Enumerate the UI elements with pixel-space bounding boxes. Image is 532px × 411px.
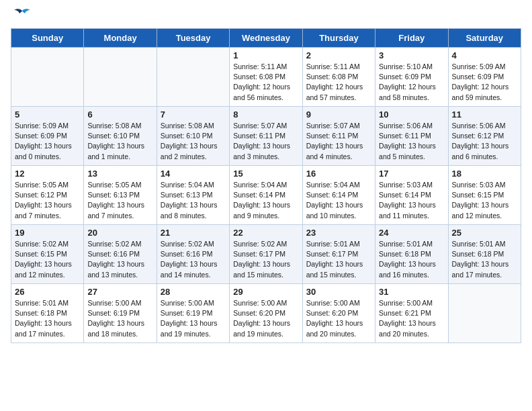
- cell-details: Sunrise: 5:11 AMSunset: 6:08 PMDaylight:…: [306, 62, 371, 103]
- calendar-cell: 27Sunrise: 5:00 AMSunset: 6:19 PMDayligh…: [84, 284, 157, 343]
- cell-details: Sunrise: 5:01 AMSunset: 6:17 PMDaylight:…: [306, 239, 371, 280]
- cell-details: Sunrise: 5:00 AMSunset: 6:19 PMDaylight:…: [87, 298, 152, 339]
- calendar-cell: 18Sunrise: 5:03 AMSunset: 6:15 PMDayligh…: [448, 166, 521, 225]
- weekday-header-thursday: Thursday: [302, 29, 375, 48]
- calendar-cell: 10Sunrise: 5:06 AMSunset: 6:11 PMDayligh…: [375, 107, 448, 166]
- calendar-cell: 5Sunrise: 5:09 AMSunset: 6:09 PMDaylight…: [11, 107, 84, 166]
- logo: [11, 11, 32, 20]
- weekday-header-wednesday: Wednesday: [230, 29, 302, 48]
- cell-details: Sunrise: 5:00 AMSunset: 6:20 PMDaylight:…: [233, 298, 298, 339]
- calendar-cell: 13Sunrise: 5:05 AMSunset: 6:13 PMDayligh…: [84, 166, 157, 225]
- calendar-cell: 25Sunrise: 5:01 AMSunset: 6:18 PMDayligh…: [448, 225, 521, 284]
- cell-details: Sunrise: 5:10 AMSunset: 6:09 PMDaylight:…: [379, 62, 444, 103]
- day-number: 27: [87, 287, 152, 297]
- day-number: 11: [452, 109, 517, 120]
- cell-details: Sunrise: 5:03 AMSunset: 6:14 PMDaylight:…: [379, 180, 444, 221]
- cell-details: Sunrise: 5:05 AMSunset: 6:12 PMDaylight:…: [15, 180, 80, 221]
- day-number: 8: [233, 109, 298, 120]
- calendar-cell: 16Sunrise: 5:04 AMSunset: 6:14 PMDayligh…: [302, 166, 375, 225]
- calendar-cell: 15Sunrise: 5:04 AMSunset: 6:14 PMDayligh…: [230, 166, 302, 225]
- calendar-cell: 30Sunrise: 5:00 AMSunset: 6:20 PMDayligh…: [302, 284, 375, 343]
- calendar-cell: 26Sunrise: 5:01 AMSunset: 6:18 PMDayligh…: [11, 284, 84, 343]
- day-number: 7: [161, 109, 226, 120]
- calendar-cell: 12Sunrise: 5:05 AMSunset: 6:12 PMDayligh…: [11, 166, 84, 225]
- calendar-cell: [157, 48, 229, 107]
- calendar-table: SundayMondayTuesdayWednesdayThursdayFrid…: [11, 28, 521, 343]
- cell-details: Sunrise: 5:09 AMSunset: 6:09 PMDaylight:…: [452, 62, 517, 103]
- calendar-body: 1Sunrise: 5:11 AMSunset: 6:08 PMDaylight…: [11, 48, 521, 343]
- calendar-cell: 4Sunrise: 5:09 AMSunset: 6:09 PMDaylight…: [448, 48, 521, 107]
- cell-details: Sunrise: 5:02 AMSunset: 6:16 PMDaylight:…: [161, 239, 226, 280]
- day-number: 22: [233, 228, 298, 238]
- cell-details: Sunrise: 5:01 AMSunset: 6:18 PMDaylight:…: [452, 239, 517, 280]
- day-number: 23: [306, 228, 371, 238]
- cell-details: Sunrise: 5:08 AMSunset: 6:10 PMDaylight:…: [161, 121, 226, 162]
- calendar-cell: 6Sunrise: 5:08 AMSunset: 6:10 PMDaylight…: [84, 107, 157, 166]
- calendar-cell: 3Sunrise: 5:10 AMSunset: 6:09 PMDaylight…: [375, 48, 448, 107]
- calendar-cell: 8Sunrise: 5:07 AMSunset: 6:11 PMDaylight…: [230, 107, 302, 166]
- calendar-week-4: 19Sunrise: 5:02 AMSunset: 6:15 PMDayligh…: [11, 225, 521, 284]
- calendar-cell: 1Sunrise: 5:11 AMSunset: 6:08 PMDaylight…: [230, 48, 302, 107]
- day-number: 30: [306, 287, 371, 297]
- day-number: 14: [161, 169, 226, 179]
- cell-details: Sunrise: 5:05 AMSunset: 6:13 PMDaylight:…: [87, 180, 152, 221]
- weekday-header-sunday: Sunday: [11, 29, 84, 48]
- cell-details: Sunrise: 5:06 AMSunset: 6:12 PMDaylight:…: [452, 121, 517, 162]
- cell-details: Sunrise: 5:00 AMSunset: 6:19 PMDaylight:…: [161, 298, 226, 339]
- calendar-week-2: 5Sunrise: 5:09 AMSunset: 6:09 PMDaylight…: [11, 107, 521, 166]
- day-number: 18: [452, 169, 517, 179]
- cell-details: Sunrise: 5:11 AMSunset: 6:08 PMDaylight:…: [233, 62, 298, 103]
- calendar-cell: 22Sunrise: 5:02 AMSunset: 6:17 PMDayligh…: [230, 225, 302, 284]
- day-number: 26: [15, 287, 80, 297]
- cell-details: Sunrise: 5:09 AMSunset: 6:09 PMDaylight:…: [15, 121, 80, 162]
- page-header: [11, 11, 521, 20]
- calendar-cell: 9Sunrise: 5:07 AMSunset: 6:11 PMDaylight…: [302, 107, 375, 166]
- logo-bird-icon: [13, 8, 32, 23]
- cell-details: Sunrise: 5:06 AMSunset: 6:11 PMDaylight:…: [379, 121, 444, 162]
- calendar-cell: 28Sunrise: 5:00 AMSunset: 6:19 PMDayligh…: [157, 284, 229, 343]
- cell-details: Sunrise: 5:08 AMSunset: 6:10 PMDaylight:…: [87, 121, 152, 162]
- day-number: 19: [15, 228, 80, 238]
- cell-details: Sunrise: 5:04 AMSunset: 6:13 PMDaylight:…: [161, 180, 226, 221]
- cell-details: Sunrise: 5:03 AMSunset: 6:15 PMDaylight:…: [452, 180, 517, 221]
- day-number: 3: [379, 50, 444, 60]
- day-number: 5: [15, 109, 80, 120]
- day-number: 28: [161, 287, 226, 297]
- day-number: 6: [87, 109, 152, 120]
- day-number: 1: [233, 50, 298, 60]
- cell-details: Sunrise: 5:02 AMSunset: 6:17 PMDaylight:…: [233, 239, 298, 280]
- day-number: 15: [233, 169, 298, 179]
- calendar-cell: 31Sunrise: 5:00 AMSunset: 6:21 PMDayligh…: [375, 284, 448, 343]
- cell-details: Sunrise: 5:00 AMSunset: 6:20 PMDaylight:…: [306, 298, 371, 339]
- day-number: 31: [379, 287, 444, 297]
- day-number: 10: [379, 109, 444, 120]
- cell-details: Sunrise: 5:00 AMSunset: 6:21 PMDaylight:…: [379, 298, 444, 339]
- day-number: 21: [161, 228, 226, 238]
- calendar-cell: 20Sunrise: 5:02 AMSunset: 6:16 PMDayligh…: [84, 225, 157, 284]
- calendar-cell: [448, 284, 521, 343]
- cell-details: Sunrise: 5:02 AMSunset: 6:16 PMDaylight:…: [87, 239, 152, 280]
- calendar-cell: 14Sunrise: 5:04 AMSunset: 6:13 PMDayligh…: [157, 166, 229, 225]
- day-number: 13: [87, 169, 152, 179]
- calendar-cell: 11Sunrise: 5:06 AMSunset: 6:12 PMDayligh…: [448, 107, 521, 166]
- day-number: 12: [15, 169, 80, 179]
- calendar-cell: 2Sunrise: 5:11 AMSunset: 6:08 PMDaylight…: [302, 48, 375, 107]
- cell-details: Sunrise: 5:07 AMSunset: 6:11 PMDaylight:…: [306, 121, 371, 162]
- day-number: 24: [379, 228, 444, 238]
- calendar-cell: [11, 48, 84, 107]
- cell-details: Sunrise: 5:01 AMSunset: 6:18 PMDaylight:…: [15, 298, 80, 339]
- cell-details: Sunrise: 5:04 AMSunset: 6:14 PMDaylight:…: [233, 180, 298, 221]
- day-number: 16: [306, 169, 371, 179]
- calendar-cell: 23Sunrise: 5:01 AMSunset: 6:17 PMDayligh…: [302, 225, 375, 284]
- calendar-cell: 19Sunrise: 5:02 AMSunset: 6:15 PMDayligh…: [11, 225, 84, 284]
- weekday-header-saturday: Saturday: [448, 29, 521, 48]
- cell-details: Sunrise: 5:01 AMSunset: 6:18 PMDaylight:…: [379, 239, 444, 280]
- day-number: 25: [452, 228, 517, 238]
- cell-details: Sunrise: 5:02 AMSunset: 6:15 PMDaylight:…: [15, 239, 80, 280]
- calendar-header: SundayMondayTuesdayWednesdayThursdayFrid…: [11, 29, 521, 48]
- calendar-week-5: 26Sunrise: 5:01 AMSunset: 6:18 PMDayligh…: [11, 284, 521, 343]
- weekday-header-row: SundayMondayTuesdayWednesdayThursdayFrid…: [11, 29, 521, 48]
- calendar-cell: [84, 48, 157, 107]
- calendar-cell: 29Sunrise: 5:00 AMSunset: 6:20 PMDayligh…: [230, 284, 302, 343]
- calendar-cell: 24Sunrise: 5:01 AMSunset: 6:18 PMDayligh…: [375, 225, 448, 284]
